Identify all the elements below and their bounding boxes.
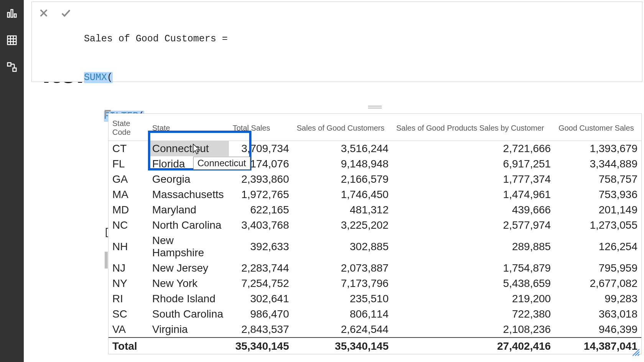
cell-total-sales[interactable]: 7,254,752 [229,276,293,291]
cell-good-customers[interactable]: 481,312 [293,202,393,218]
cell-good-customers[interactable]: 2,166,579 [293,172,393,187]
col-header-good-customers[interactable]: Sales of Good Customers [293,114,393,141]
table-row[interactable]: NYNew York7,254,7527,173,7965,438,6592,6… [108,276,641,291]
cell-good-products[interactable]: 2,108,236 [393,322,555,337]
cell-good-customers[interactable]: 3,516,244 [293,141,393,157]
cell-good-customer-sales[interactable]: 1,273,055 [555,218,641,233]
cell-good-products[interactable]: 5,438,659 [393,276,555,291]
cell-total-sales[interactable]: 3,709,734 [229,141,293,157]
cell-good-products[interactable]: 2,721,666 [393,141,555,157]
cell-state[interactable]: Maryland [148,202,229,218]
table-row[interactable]: FLFlorida9,174,0769,148,9486,917,2513,34… [108,156,641,172]
cell-good-customer-sales[interactable]: 758,757 [555,172,641,187]
cell-good-customer-sales[interactable]: 753,936 [555,187,641,202]
cell-good-products[interactable]: 722,380 [393,306,555,322]
cell-good-customers[interactable]: 9,148,948 [293,156,393,172]
col-header-good-customer-sales[interactable]: Good Customer Sales [555,114,641,141]
cell-state-code[interactable]: MA [108,187,148,202]
cell-good-products[interactable]: 1,777,374 [393,172,555,187]
report-view-icon[interactable] [5,7,18,20]
cell-good-customer-sales[interactable]: 363,018 [555,306,641,322]
cell-state[interactable]: New Jersey [148,260,229,276]
resize-handle-left[interactable] [105,252,108,269]
table-row[interactable]: NCNorth Carolina3,403,7683,225,2022,577,… [108,218,641,233]
cell-good-customer-sales[interactable]: 201,149 [555,202,641,218]
commit-formula-button[interactable] [59,7,72,20]
table-row[interactable]: GAGeorgia2,393,8602,166,5791,777,374758,… [108,172,641,187]
table-row[interactable]: NJNew Jersey2,283,7442,073,8871,754,8797… [108,260,641,276]
cell-state[interactable]: South Carolina [148,306,229,322]
cell-total-sales[interactable]: 1,972,765 [229,187,293,202]
cell-good-customer-sales[interactable]: 99,283 [555,291,641,306]
cell-state-code[interactable]: NH [108,233,148,260]
svg-rect-3 [8,36,16,45]
cell-total-sales[interactable]: 302,641 [229,291,293,306]
cell-state-code[interactable]: GA [108,172,148,187]
cell-good-customers[interactable]: 806,114 [293,306,393,322]
cell-total-sales[interactable]: 622,165 [229,202,293,218]
cell-state-code[interactable]: NC [108,218,148,233]
cell-state[interactable]: New Hampshire [148,233,229,260]
table-row[interactable]: MAMassachusetts1,972,7651,746,4501,474,9… [108,187,641,202]
cell-state[interactable]: Virginia [148,322,229,337]
cell-state-code[interactable]: MD [108,202,148,218]
cell-good-customer-sales[interactable]: 2,677,082 [555,276,641,291]
table-row[interactable]: CTConnecticut3,709,7343,516,2442,721,666… [108,141,641,157]
cell-good-customer-sales[interactable]: 946,399 [555,322,641,337]
cell-state[interactable]: New York [148,276,229,291]
cell-good-products[interactable]: 1,754,879 [393,260,555,276]
resize-handle-top-left[interactable] [105,110,111,116]
cell-total-sales[interactable]: 3,403,768 [229,218,293,233]
cell-state[interactable]: Massachusetts [148,187,229,202]
cell-total-sales[interactable]: 2,393,860 [229,172,293,187]
cell-good-customer-sales[interactable]: 795,959 [555,260,641,276]
cell-good-products[interactable]: 1,474,961 [393,187,555,202]
cell-good-customers[interactable]: 7,173,796 [293,276,393,291]
cell-state-code[interactable]: RI [108,291,148,306]
cell-state[interactable]: Connecticut [148,141,229,157]
cell-state-code[interactable]: CT [108,141,148,157]
cell-state-code[interactable]: VA [108,322,148,337]
cell-good-products[interactable]: 2,577,974 [393,218,555,233]
drag-handle-top[interactable] [367,103,383,111]
model-view-icon[interactable] [5,61,18,74]
formula-editor[interactable]: Sales of Good Customers = SUMX( FILTER( … [78,2,642,82]
cell-total-sales[interactable]: 986,470 [229,306,293,322]
cell-good-products[interactable]: 6,917,251 [393,156,555,172]
cell-total-sales[interactable]: 2,843,537 [229,322,293,337]
table-row[interactable]: MDMaryland622,165481,312439,666201,149 [108,202,641,218]
cell-good-products[interactable]: 219,200 [393,291,555,306]
data-view-icon[interactable] [5,34,18,47]
table-row[interactable]: SCSouth Carolina986,470806,114722,380363… [108,306,641,322]
col-header-total-sales[interactable]: Total Sales [229,114,293,141]
table-row[interactable]: RIRhode Island302,641235,510219,20099,28… [108,291,641,306]
cell-good-products[interactable]: 439,666 [393,202,555,218]
cell-total-sales[interactable]: 2,283,744 [229,260,293,276]
cell-good-customers[interactable]: 2,624,544 [293,322,393,337]
cell-good-customer-sales[interactable]: 3,344,889 [555,156,641,172]
cell-good-customers[interactable]: 235,510 [293,291,393,306]
table-row[interactable]: VAVirginia2,843,5372,624,5442,108,236946… [108,322,641,337]
cell-good-customers[interactable]: 2,073,887 [293,260,393,276]
cell-good-customer-sales[interactable]: 1,393,679 [555,141,641,157]
cell-good-products[interactable]: 289,885 [393,233,555,260]
cell-state-code[interactable]: FL [108,156,148,172]
cell-state[interactable]: Rhode Island [148,291,229,306]
cell-good-customers[interactable]: 3,225,202 [293,218,393,233]
table-row[interactable]: NHNew Hampshire392,633302,885289,885126,… [108,233,641,260]
cell-state-code[interactable]: NY [108,276,148,291]
cell-good-customer-sales[interactable]: 126,254 [555,233,641,260]
cancel-formula-button[interactable] [37,7,50,20]
resize-handle-bottom-right-icon[interactable] [630,347,640,357]
cell-state[interactable]: Georgia [148,172,229,187]
cell-state-code[interactable]: NJ [108,260,148,276]
table-visual[interactable]: State Code State Total Sales Sales of Go… [108,113,642,354]
cell-good-customers[interactable]: 302,885 [293,233,393,260]
cell-state[interactable]: North Carolina [148,218,229,233]
cell-good-customers[interactable]: 1,746,450 [293,187,393,202]
col-header-state[interactable]: State [148,114,229,141]
col-header-state-code[interactable]: State Code [108,114,148,141]
col-header-good-products[interactable]: Sales of Good Products Sales by Customer [393,114,555,141]
cell-total-sales[interactable]: 392,633 [229,233,293,260]
cell-state-code[interactable]: SC [108,306,148,322]
